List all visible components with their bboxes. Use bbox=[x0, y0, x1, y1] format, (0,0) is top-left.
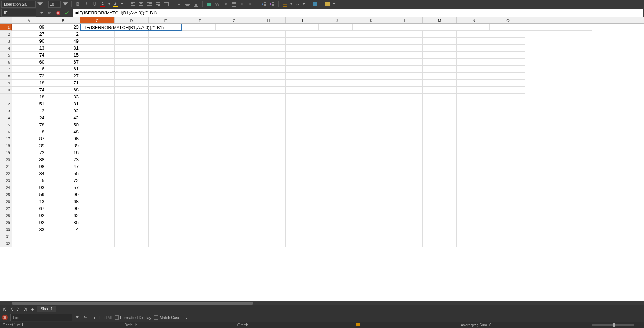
cell-N32[interactable] bbox=[457, 240, 491, 247]
cell-E29[interactable] bbox=[149, 219, 183, 226]
cell-A23[interactable]: 5 bbox=[12, 177, 46, 184]
cell-B17[interactable]: 96 bbox=[46, 135, 80, 142]
cell-H6[interactable] bbox=[251, 59, 286, 66]
row-header-10[interactable]: 10 bbox=[0, 87, 12, 94]
last-sheet-button[interactable] bbox=[23, 307, 28, 312]
cell-K23[interactable] bbox=[354, 177, 388, 184]
cell-H10[interactable] bbox=[251, 87, 286, 94]
cell-L20[interactable] bbox=[388, 156, 423, 163]
cell-B28[interactable]: 62 bbox=[46, 212, 80, 219]
cell-I3[interactable] bbox=[286, 38, 320, 45]
cell-K25[interactable] bbox=[354, 191, 388, 198]
cell-N22[interactable] bbox=[457, 170, 491, 177]
column-header-E[interactable]: E bbox=[149, 17, 183, 23]
cell-K29[interactable] bbox=[354, 219, 388, 226]
cell-H18[interactable] bbox=[251, 142, 286, 149]
row-header-12[interactable]: 12 bbox=[0, 100, 12, 107]
cell-I25[interactable] bbox=[286, 191, 320, 198]
row-header-15[interactable]: 15 bbox=[0, 121, 12, 128]
cell-K28[interactable] bbox=[354, 212, 388, 219]
cell-A30[interactable]: 83 bbox=[12, 226, 46, 233]
row-header-18[interactable]: 18 bbox=[0, 142, 12, 149]
cell-M6[interactable] bbox=[423, 59, 457, 66]
cell-F17[interactable] bbox=[183, 135, 217, 142]
conditional-format-dropdown[interactable] bbox=[332, 1, 335, 8]
cell-E20[interactable] bbox=[149, 156, 183, 163]
column-header-M[interactable]: M bbox=[423, 17, 457, 23]
cell-B3[interactable]: 49 bbox=[46, 38, 80, 45]
cell-M18[interactable] bbox=[423, 142, 457, 149]
cell-G27[interactable] bbox=[217, 205, 251, 212]
cell-D20[interactable] bbox=[115, 156, 149, 163]
cell-K18[interactable] bbox=[354, 142, 388, 149]
cell-O25[interactable] bbox=[491, 191, 525, 198]
cell-M20[interactable] bbox=[423, 156, 457, 163]
cell-M27[interactable] bbox=[423, 205, 457, 212]
cell-G4[interactable] bbox=[217, 45, 251, 52]
cell-A27[interactable]: 67 bbox=[12, 205, 46, 212]
cell-J31[interactable] bbox=[320, 233, 354, 240]
cell-E8[interactable] bbox=[149, 73, 183, 80]
cell-L17[interactable] bbox=[388, 135, 423, 142]
cell-F12[interactable] bbox=[183, 100, 217, 107]
column-header-H[interactable]: H bbox=[251, 17, 286, 23]
cell-E5[interactable] bbox=[149, 52, 183, 59]
cell-K27[interactable] bbox=[354, 205, 388, 212]
cell-B15[interactable]: 50 bbox=[46, 121, 80, 128]
percent-button[interactable]: % bbox=[214, 1, 221, 8]
row-header-9[interactable]: 9 bbox=[0, 80, 12, 87]
cell-J25[interactable] bbox=[320, 191, 354, 198]
cell-O26[interactable] bbox=[491, 198, 525, 205]
cell-A9[interactable]: 18 bbox=[12, 80, 46, 87]
cell-E19[interactable] bbox=[149, 149, 183, 156]
cell-E9[interactable] bbox=[149, 80, 183, 87]
cell-J16[interactable] bbox=[320, 128, 354, 135]
cell-H19[interactable] bbox=[251, 149, 286, 156]
row-header-2[interactable]: 2 bbox=[0, 31, 12, 38]
cell-G20[interactable] bbox=[217, 156, 251, 163]
cell-O3[interactable] bbox=[491, 38, 525, 45]
cell-E15[interactable] bbox=[149, 121, 183, 128]
cell-C21[interactable] bbox=[80, 163, 115, 170]
row-header-23[interactable]: 23 bbox=[0, 177, 12, 184]
cell-E3[interactable] bbox=[149, 38, 183, 45]
cell-O19[interactable] bbox=[491, 149, 525, 156]
cell-M29[interactable] bbox=[423, 219, 457, 226]
cell-O2[interactable] bbox=[491, 31, 525, 38]
cell-H30[interactable] bbox=[251, 226, 286, 233]
cell-K10[interactable] bbox=[354, 87, 388, 94]
row-header-6[interactable]: 6 bbox=[0, 59, 12, 66]
row-header-16[interactable]: 16 bbox=[0, 128, 12, 135]
cell-B30[interactable]: 4 bbox=[46, 226, 80, 233]
cell-L15[interactable] bbox=[388, 121, 423, 128]
cell-N1[interactable] bbox=[524, 24, 558, 31]
cell-H32[interactable] bbox=[251, 240, 286, 247]
cell-D31[interactable] bbox=[115, 233, 149, 240]
cell-I7[interactable] bbox=[286, 66, 320, 73]
cell-I20[interactable] bbox=[286, 156, 320, 163]
decrease-indent-button[interactable] bbox=[260, 1, 267, 8]
remove-decimal-button[interactable]: .0 bbox=[247, 1, 254, 8]
column-header-F[interactable]: F bbox=[183, 17, 217, 23]
cell-B20[interactable]: 23 bbox=[46, 156, 80, 163]
date-format-button[interactable] bbox=[230, 1, 237, 8]
cell-F11[interactable] bbox=[183, 94, 217, 100]
cell-J10[interactable] bbox=[320, 87, 354, 94]
cell-K11[interactable] bbox=[354, 94, 388, 100]
cell-I11[interactable] bbox=[286, 94, 320, 100]
cell-G15[interactable] bbox=[217, 121, 251, 128]
cell-M22[interactable] bbox=[423, 170, 457, 177]
cell-C17[interactable] bbox=[80, 135, 115, 142]
cell-G3[interactable] bbox=[217, 38, 251, 45]
cell-E25[interactable] bbox=[149, 191, 183, 198]
cell-O1[interactable] bbox=[558, 24, 592, 31]
cell-N23[interactable] bbox=[457, 177, 491, 184]
cell-D1[interactable] bbox=[182, 24, 216, 31]
cell-K9[interactable] bbox=[354, 80, 388, 87]
column-header-N[interactable]: N bbox=[457, 17, 491, 23]
cell-B32[interactable] bbox=[46, 240, 80, 247]
cell-B21[interactable]: 47 bbox=[46, 163, 80, 170]
cell-L30[interactable] bbox=[388, 226, 423, 233]
cell-F30[interactable] bbox=[183, 226, 217, 233]
cell-K1[interactable] bbox=[421, 24, 455, 31]
